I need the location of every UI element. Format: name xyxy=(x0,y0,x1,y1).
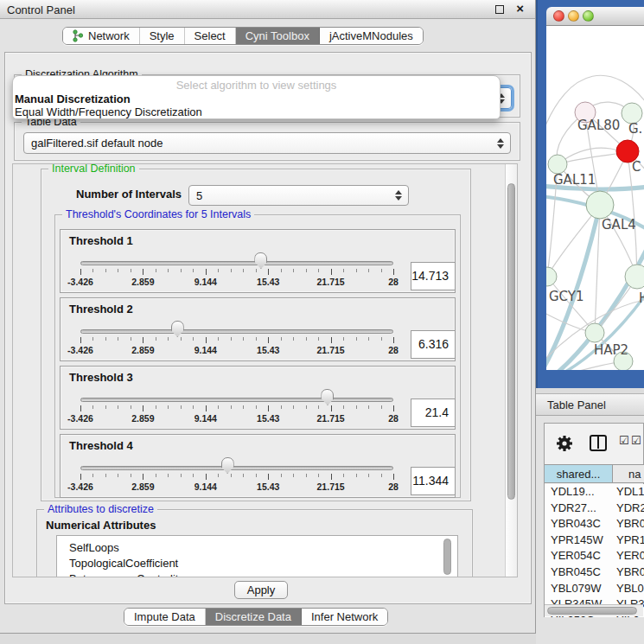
network-node-GAL11[interactable] xyxy=(548,155,567,174)
network-window-frame: GAL80G.CGAL11GAL4GCY1HHAP2 xyxy=(536,0,644,388)
threshold-1-tick-labels: -3.4262.8599.14415.4321.71528 xyxy=(80,277,393,288)
cell-name[interactable]: YER0 xyxy=(613,548,644,564)
tick-mark xyxy=(306,337,307,341)
threshold-1-slider-track[interactable] xyxy=(80,261,393,265)
cell-name[interactable]: YBR0 xyxy=(613,564,644,581)
table-row[interactable]: YDR27...YDR2 xyxy=(545,501,644,517)
table-row[interactable]: YBR045CYBR0 xyxy=(545,564,644,581)
numerical-attributes-list[interactable]: SelfLoopsTopologicalCoefficientBetweenne… xyxy=(56,535,458,577)
columns-icon[interactable] xyxy=(590,435,607,451)
threshold-3-slider-handle[interactable] xyxy=(321,389,334,405)
network-window-titlebar[interactable] xyxy=(546,7,644,26)
network-node-GCY1[interactable] xyxy=(546,267,557,286)
cell-name[interactable]: YPR1 xyxy=(613,532,644,549)
close-icon[interactable]: × xyxy=(516,1,524,16)
threshold-4-label: Threshold 4 xyxy=(69,439,133,452)
tab-style[interactable]: Style xyxy=(140,28,185,44)
cell-shared-name[interactable]: YDL19... xyxy=(545,484,613,501)
table-row[interactable]: YER054CYER0 xyxy=(545,548,644,564)
threshold-4-slider-track[interactable] xyxy=(80,466,393,470)
algorithm-dropdown-popup: Select algorithm to view settings Manual… xyxy=(12,75,501,119)
tick-mark xyxy=(218,405,219,409)
threshold-3-value-field[interactable]: 21.4 xyxy=(411,399,456,427)
tick-mark xyxy=(193,337,194,341)
node-label: C xyxy=(632,159,641,175)
control-panel-titlebar[interactable]: Control Panel × xyxy=(0,0,535,19)
tick-mark xyxy=(268,405,269,411)
tick-mark xyxy=(131,337,131,341)
dropdown-option-manual-discretization[interactable]: Manual Discretization xyxy=(15,92,131,105)
cell-shared-name[interactable]: YBL079W xyxy=(545,581,613,597)
tab-jactivemnodules[interactable]: jActiveMNodules xyxy=(320,28,423,44)
number-of-intervals-combobox[interactable]: 5 xyxy=(188,185,409,206)
cell-shared-name[interactable]: YBR045C xyxy=(545,564,613,581)
cell-shared-name[interactable]: YER054C xyxy=(545,548,613,564)
gear-icon[interactable] xyxy=(555,434,574,453)
tick-mark xyxy=(143,269,143,275)
column-header-shared-name[interactable]: shared... xyxy=(545,465,613,482)
checkbox-icon[interactable]: ☑ xyxy=(619,434,629,447)
close-traffic-light-icon[interactable] xyxy=(553,10,564,22)
settings-scrollpane: Interval Definition Number of Intervals … xyxy=(12,163,518,577)
settings-scrollbar-thumb[interactable] xyxy=(507,183,515,500)
network-canvas[interactable]: GAL80G.CGAL11GAL4GCY1HHAP2 xyxy=(546,26,644,370)
float-window-icon[interactable] xyxy=(495,5,504,14)
attribute-list-item[interactable]: TopologicalCoefficient xyxy=(57,555,457,571)
tick-mark xyxy=(193,269,194,272)
zoom-traffic-light-icon[interactable] xyxy=(583,10,594,22)
tick-mark xyxy=(143,405,143,411)
threshold-1-slider-handle[interactable] xyxy=(254,252,267,269)
threshold-4-slider-handle[interactable] xyxy=(221,457,234,474)
threshold-1-value-field[interactable]: 14.713 xyxy=(411,262,456,290)
tab-cyni-toolbox[interactable]: Cyni Toolbox xyxy=(236,28,320,44)
table-row[interactable]: YBR043CYBR0 xyxy=(545,516,644,532)
threshold-2-slider-handle[interactable] xyxy=(171,321,184,337)
table-panel-header[interactable]: Table Panel xyxy=(536,393,644,416)
cell-name[interactable]: YDL1 xyxy=(613,484,644,501)
threshold-3-slider-track[interactable] xyxy=(80,398,393,402)
tab-network[interactable]: Network xyxy=(63,28,140,44)
tab-infer-network[interactable]: Infer Network xyxy=(302,609,387,625)
tick-mark xyxy=(306,269,307,272)
network-edge-highlighted[interactable] xyxy=(546,205,600,370)
table-data-combobox[interactable]: galFiltered.sif default node xyxy=(23,132,511,154)
network-edge[interactable] xyxy=(546,361,623,370)
tab-discretize-data[interactable]: Discretize Data xyxy=(206,609,302,625)
table-row[interactable]: YPR145WYPR1 xyxy=(545,532,644,549)
tick-label: -3.426 xyxy=(67,345,93,355)
tick-mark xyxy=(168,269,169,272)
column-header-name[interactable]: na xyxy=(613,465,644,482)
cell-name[interactable]: YBL0 xyxy=(613,581,644,597)
tick-mark xyxy=(331,269,332,275)
screen: Control Panel × Network Style Select Cyn… xyxy=(0,0,644,644)
tick-mark xyxy=(118,405,118,409)
threshold-4-value-field[interactable]: 11.344 xyxy=(411,467,456,495)
cell-shared-name[interactable]: YBR043C xyxy=(545,516,613,532)
attributes-list-scrollbar-thumb[interactable] xyxy=(443,539,451,575)
table-row[interactable]: YDL19...YDL1 xyxy=(545,484,644,501)
network-node-HAP2[interactable] xyxy=(585,323,604,342)
tick-mark xyxy=(92,474,93,477)
table-row[interactable]: YBL079WYBL0 xyxy=(545,581,644,597)
threshold-2-value-field[interactable]: 6.316 xyxy=(411,330,456,359)
cell-shared-name[interactable]: YDR27... xyxy=(545,501,613,517)
attribute-list-item[interactable]: BetweennessCentrality xyxy=(57,571,457,577)
table-hscrollbar-thumb[interactable] xyxy=(547,607,637,615)
dropdown-option-equal-width-frequency[interactable]: Equal Width/Frequency Discretization xyxy=(15,105,202,118)
cell-name[interactable]: YBR0 xyxy=(613,516,644,532)
thresholds-group: Threshold's Coordinates for 5 Intervals … xyxy=(54,214,461,498)
minimize-traffic-light-icon[interactable] xyxy=(568,10,579,22)
tab-impute-data[interactable]: Impute Data xyxy=(124,609,206,625)
attributes-group-title: Attributes to discretize xyxy=(44,503,157,516)
cell-shared-name[interactable]: YPR145W xyxy=(545,532,613,549)
tab-select[interactable]: Select xyxy=(185,28,236,44)
table-horizontal-scrollbar[interactable] xyxy=(545,604,643,616)
apply-button[interactable]: Apply xyxy=(234,581,288,599)
settings-vertical-scrollbar[interactable] xyxy=(505,164,517,577)
attribute-list-item[interactable]: SelfLoops xyxy=(57,539,457,555)
checkbox-icon[interactable]: ☑ xyxy=(631,434,641,447)
network-node-GAL4[interactable] xyxy=(586,191,614,219)
cell-name[interactable]: YDR2 xyxy=(613,501,644,517)
threshold-2-slider-track[interactable] xyxy=(80,329,393,334)
tick-label: -3.426 xyxy=(67,481,93,492)
